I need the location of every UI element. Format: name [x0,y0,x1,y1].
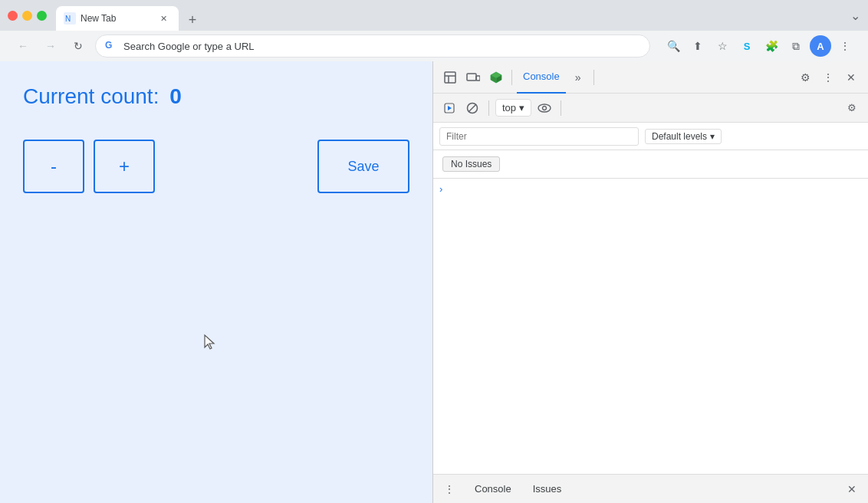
devtools-close-button[interactable]: ✕ [840,67,862,88]
3d-cube-icon [489,71,503,84]
console-chevron-icon: › [439,183,442,195]
clear-console-button[interactable] [462,98,482,118]
close-devtools-icon: ✕ [847,71,856,84]
split-screen-icon[interactable]: ⧉ [785,35,807,57]
vertical-dots-icon: ⋮ [823,71,833,84]
address-input-wrap[interactable]: G Search Google or type a URL [95,35,650,58]
svg-text:N: N [65,15,71,23]
toolbar-separator-2 [561,100,561,116]
default-levels-label: Default levels [652,131,707,142]
inspector-icon [443,71,457,84]
address-right-icons: 🔍 ⬆ ☆ S 🧩 ⧉ A ⋮ [663,35,856,57]
bottom-close-button[interactable]: ✕ [842,479,862,499]
bottom-menu-button[interactable]: ⋮ [439,479,459,499]
context-dropdown[interactable]: top ▾ [495,99,531,117]
svg-point-14 [538,104,551,112]
devtools-settings-button[interactable]: ⚙ [794,67,816,88]
hamburger-icon: ⋮ [444,483,455,495]
devtools-header: Console » ⚙ ⋮ ✕ [433,61,868,94]
search-icon[interactable]: 🔍 [663,35,684,57]
no-issues-text: No Issues [451,159,492,169]
address-bar: ← → ↻ G Search Google or type a URL 🔍 ⬆ … [0,31,868,61]
address-text: Search Google or type a URL [123,41,640,52]
profile-button[interactable]: A [810,35,831,57]
save-button[interactable]: Save [317,140,409,193]
filter-bar: Default levels ▾ [433,123,868,150]
svg-line-13 [469,104,476,112]
decrement-button[interactable]: - [23,140,84,193]
console-output[interactable]: › [433,179,868,474]
svg-marker-11 [448,106,452,110]
current-count-display: Current count: 0 [23,84,409,109]
page-content: Current count: 0 - + Save [0,61,432,503]
new-tab-button[interactable]: + [182,9,203,31]
mouse-cursor-icon [203,334,219,352]
tab-new-tab[interactable]: N New Tab ✕ [56,6,179,31]
devtools-more-button[interactable]: ⋮ [817,67,839,88]
console-tab-label: Console [523,71,560,82]
console-settings-button[interactable]: ⚙ [842,98,862,118]
increment-button[interactable]: + [94,140,155,193]
devtools-toolbar: top ▾ ⚙ [433,94,868,123]
extensions-icon[interactable]: 🧩 [761,35,782,57]
more-tabs-icon: » [575,71,581,84]
no-issues-row: No Issues [433,150,868,179]
more-options-button[interactable]: ⋮ [834,35,856,57]
refresh-button[interactable]: ↻ [67,35,89,57]
forward-button[interactable]: → [40,35,61,57]
svg-marker-2 [205,335,214,349]
traffic-lights [8,11,47,21]
devtools-header-right: ⚙ ⋮ ✕ [794,67,862,88]
toolbar-separator-1 [488,100,489,116]
share-icon[interactable]: ⬆ [687,35,709,57]
bookmark-icon[interactable]: ☆ [712,35,733,57]
tab-favicon-icon: N [64,12,76,25]
console-tab[interactable]: Console [517,61,566,94]
more-tabs-button[interactable]: » [567,67,589,88]
default-levels-chevron-icon: ▾ [710,131,715,142]
eye-icon [538,103,551,113]
console-gear-icon: ⚙ [847,102,856,113]
settings-gear-icon: ⚙ [801,71,810,84]
bottom-issues-tab[interactable]: Issues [527,480,568,498]
skype-icon[interactable]: S [736,35,758,57]
close-window-button[interactable] [8,11,18,21]
tab-close-button[interactable]: ✕ [157,12,169,25]
counter-buttons: - + Save [23,140,409,193]
extensions-3d-button[interactable] [485,67,507,88]
devtools-panel: Console » ⚙ ⋮ ✕ [432,61,868,503]
ban-icon [466,102,478,114]
back-icon: ← [18,40,28,52]
forward-icon: → [45,40,56,52]
inspector-button[interactable] [439,67,461,88]
header-separator-2 [593,70,594,85]
count-label-text: Current count: [23,84,159,108]
tab-overflow-button[interactable]: ⌄ [850,8,860,23]
tab-title: New Tab [81,13,116,24]
default-levels-dropdown[interactable]: Default levels ▾ [645,129,722,144]
filter-input[interactable] [439,127,639,146]
no-issues-badge: No Issues [442,156,500,172]
svg-rect-4 [467,74,476,81]
svg-rect-3 [445,72,455,83]
browser-chrome: N New Tab ✕ + ⌄ ← → ↻ G Search Google or… [0,0,868,61]
responsive-button[interactable] [462,67,484,88]
tab-bar: N New Tab ✕ + [56,0,203,31]
svg-rect-5 [476,76,480,81]
devtools-bottom: ⋮ Console Issues ✕ [433,474,868,503]
google-g-icon: G [105,40,117,52]
refresh-icon: ↻ [74,40,83,52]
run-script-button[interactable] [439,98,459,118]
eye-button[interactable] [534,98,554,118]
context-label: top [502,102,516,113]
svg-point-15 [543,106,547,110]
maximize-window-button[interactable] [37,11,47,21]
responsive-icon [466,71,480,84]
minimize-window-button[interactable] [22,11,32,21]
play-icon [444,103,455,113]
back-button[interactable]: ← [12,35,34,57]
bottom-console-tab[interactable]: Console [469,480,518,498]
profile-icon-letter: A [817,41,824,52]
console-prompt-line: › [439,182,862,196]
main-area: Current count: 0 - + Save [0,61,868,503]
